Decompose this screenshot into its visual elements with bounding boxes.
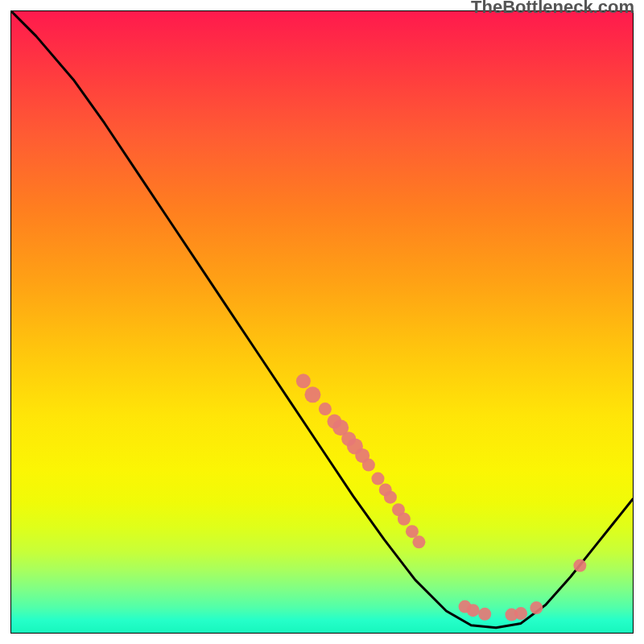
chart-stage: TheBottleneck.com xyxy=(0,0,644,644)
gradient-background xyxy=(11,11,633,633)
attribution-text: TheBottleneck.com xyxy=(471,0,634,18)
